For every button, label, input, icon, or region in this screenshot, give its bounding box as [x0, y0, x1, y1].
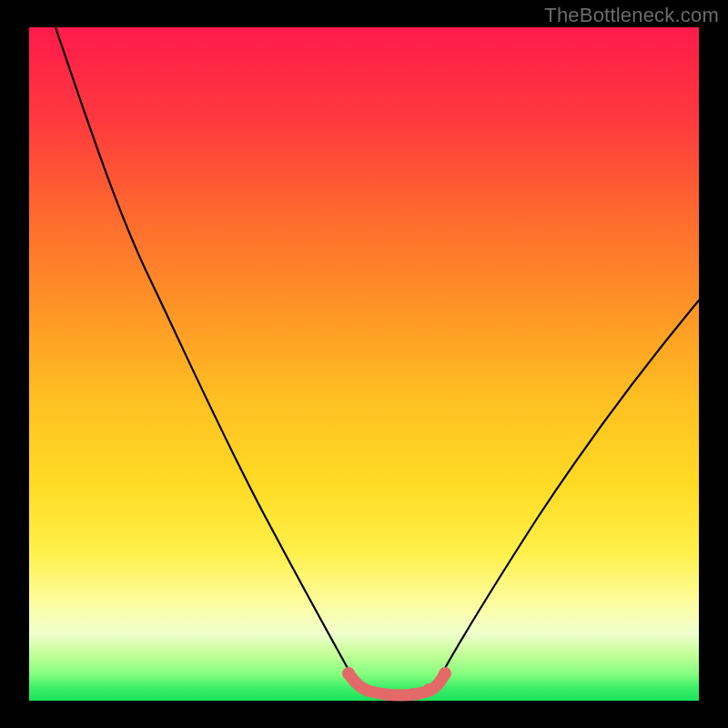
chart-frame: TheBottleneck.com — [0, 0, 728, 728]
gradient-plot-area — [29, 27, 699, 701]
bottleneck-chart — [0, 0, 728, 728]
svg-point-5 — [423, 683, 434, 694]
svg-point-3 — [391, 690, 402, 701]
svg-point-6 — [439, 667, 451, 680]
svg-point-1 — [359, 683, 370, 694]
svg-point-0 — [342, 667, 355, 680]
svg-point-2 — [375, 688, 386, 699]
svg-point-4 — [408, 688, 419, 699]
watermark-text: TheBottleneck.com — [544, 4, 719, 27]
